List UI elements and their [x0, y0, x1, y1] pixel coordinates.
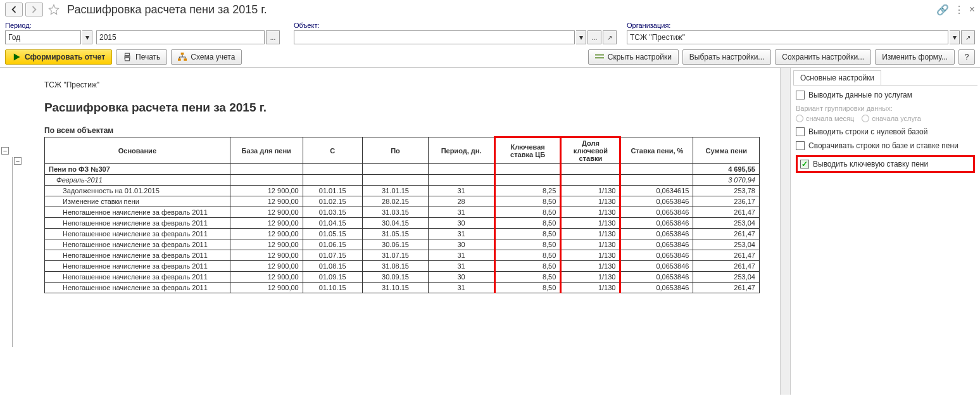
object-ellipsis-button[interactable]: ... — [587, 30, 601, 44]
object-open-button[interactable]: ↗ — [603, 30, 617, 44]
vertical-scrollbar[interactable] — [780, 68, 790, 395]
report-title-text: Расшифровка расчета пени за 2015 г. — [44, 101, 767, 115]
report-subtitle-text: По всем объектам — [44, 126, 767, 135]
period-value-input[interactable]: 2015 — [96, 30, 265, 44]
checkbox-by-service[interactable]: Выводить данные по услугам — [796, 91, 975, 99]
page-title: Расшифровка расчета пени за 2015 г. — [67, 3, 267, 16]
titlebar: Расшифровка расчета пени за 2015 г. 🔗 ⋮ … — [0, 0, 980, 19]
subsection-row: Февраль-20113 070,94 — [45, 175, 760, 186]
svg-rect-3 — [181, 53, 184, 55]
checkbox-icon — [796, 91, 805, 99]
th-share: Доля ключевой ставки — [561, 137, 620, 164]
checkbox-zero-base[interactable]: Выводить строки с нулевой базой — [796, 127, 975, 136]
checkbox-icon — [796, 141, 805, 150]
object-input[interactable] — [294, 30, 575, 44]
period-ellipsis-button[interactable]: ... — [266, 30, 280, 44]
th-rate: Ключевая ставка ЦБ — [494, 137, 561, 164]
list-icon — [595, 53, 604, 61]
period-label: Период: — [5, 22, 284, 29]
checkbox-icon — [800, 160, 809, 169]
table-row: Непогашенное начисление за февраль 20111… — [45, 283, 760, 293]
toolbar: Сформировать отчет Печать Схема учета Ск… — [0, 47, 980, 67]
svg-rect-6 — [595, 54, 604, 55]
table-row: Изменение ставки пени12 900,0001.02.1528… — [45, 196, 760, 207]
table-row: Непогашенное начисление за февраль 20111… — [45, 239, 760, 250]
period-type-dropdown-icon[interactable]: ▾ — [82, 30, 92, 44]
report-org-text: ТСЖ "Престиж" — [44, 80, 767, 89]
group-label: Вариант группировки данных: — [796, 105, 975, 112]
table-row: Непогашенное начисление за февраль 20111… — [45, 229, 760, 239]
svg-rect-7 — [595, 57, 604, 58]
save-settings-button[interactable]: Сохранить настройки... — [775, 49, 871, 65]
th-c: С — [303, 137, 362, 164]
object-label: Объект: — [294, 22, 617, 29]
more-icon[interactable]: ⋮ — [954, 4, 964, 16]
svg-rect-2 — [125, 58, 130, 61]
nav-back-button[interactable] — [5, 3, 23, 16]
org-open-button[interactable]: ↗ — [961, 30, 975, 44]
table-row: Непогашенное начисление за февраль 20111… — [45, 207, 760, 218]
report-table: Основание База для пени С По Период, дн.… — [44, 136, 760, 293]
checkbox-key-rate[interactable]: Выводить ключевую ставку пени — [800, 160, 971, 169]
close-icon[interactable]: × — [969, 4, 975, 15]
hierarchy-icon — [178, 53, 187, 61]
choose-settings-button[interactable]: Выбрать настройки... — [682, 49, 771, 65]
org-input[interactable]: ТСЖ "Престиж" — [627, 30, 948, 44]
svg-rect-5 — [184, 58, 187, 61]
settings-panel: Основные настройки Выводить данные по ус… — [790, 68, 980, 395]
print-button[interactable]: Печать — [116, 49, 167, 65]
checkbox-collapse-rows[interactable]: Сворачивать строки по базе и ставке пени — [796, 141, 975, 150]
scheme-button[interactable]: Схема учета — [171, 49, 242, 65]
table-row: Непогашенное начисление за февраль 20111… — [45, 272, 760, 283]
table-row: Непогашенное начисление за февраль 20111… — [45, 218, 760, 229]
play-icon — [12, 53, 21, 61]
printer-icon — [123, 53, 132, 61]
th-period: Период, дн. — [429, 137, 495, 164]
help-button[interactable]: ? — [958, 49, 975, 65]
th-po: По — [362, 137, 429, 164]
params-panel: Период: Год ▾ 2015 ... Объект: ▾ ... ↗ О… — [0, 19, 980, 47]
org-dropdown-icon[interactable]: ▾ — [950, 30, 960, 44]
table-row: Задолженность на 01.01.201512 900,0001.0… — [45, 186, 760, 196]
report-area: − − ТСЖ "Престиж" Расшифровка расчета пе… — [0, 68, 780, 395]
object-dropdown-icon[interactable]: ▾ — [576, 30, 586, 44]
th-osn: Основание — [45, 137, 230, 164]
radio-service-first — [862, 115, 869, 122]
table-row: Непогашенное начисление за февраль 20111… — [45, 250, 760, 261]
org-label: Организация: — [627, 22, 975, 29]
th-peni-rate: Ставка пени, % — [620, 137, 693, 164]
checkbox-icon — [796, 127, 805, 136]
th-base: База для пени — [230, 137, 303, 164]
th-sum: Сумма пени — [693, 137, 760, 164]
radio-group: сначала месяц сначала услуга — [796, 115, 975, 122]
generate-report-button[interactable]: Сформировать отчет — [5, 49, 112, 65]
nav-forward-button[interactable] — [25, 3, 43, 16]
table-row: Непогашенное начисление за февраль 20111… — [45, 261, 760, 272]
link-icon[interactable]: 🔗 — [936, 4, 949, 16]
svg-rect-4 — [178, 58, 181, 61]
section-row: Пени по ФЗ №3074 695,55 — [45, 164, 760, 175]
svg-rect-1 — [125, 53, 130, 56]
tab-main-settings[interactable]: Основные настройки — [793, 70, 881, 85]
edit-form-button[interactable]: Изменить форму... — [875, 49, 955, 65]
hide-settings-button[interactable]: Скрыть настройки — [588, 49, 679, 65]
radio-month-first — [796, 115, 803, 122]
favorite-star-icon[interactable] — [48, 4, 60, 15]
period-type-select[interactable]: Год — [5, 30, 81, 44]
